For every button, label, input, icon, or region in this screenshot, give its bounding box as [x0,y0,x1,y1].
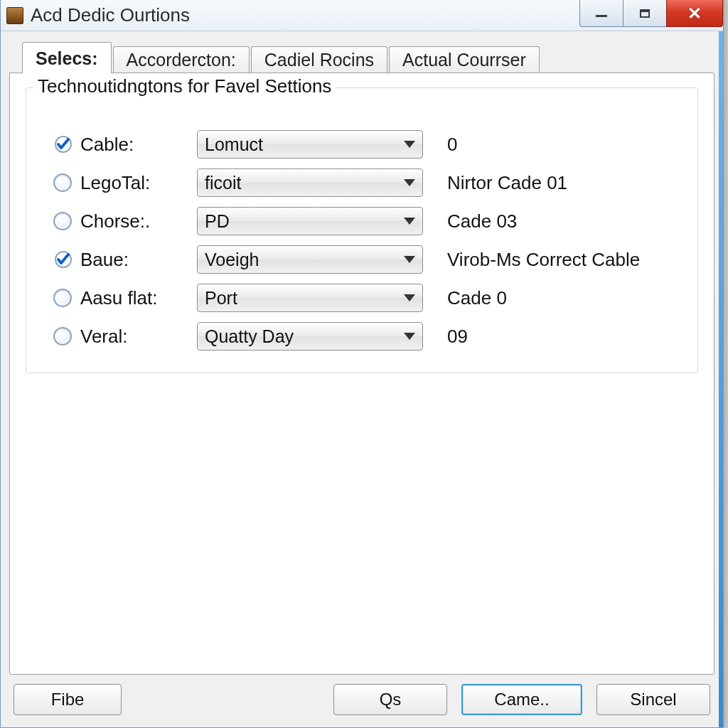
option-label: Cable: [80,134,197,156]
chevron-down-icon [404,179,415,186]
option-label: LegoTal: [80,172,197,194]
window-title: Acd Dedic Ourtions [31,4,190,26]
groupbox-title: Technoutidngtons for Favel Settions [33,75,336,97]
option-label: Aasu flat: [80,287,197,309]
chevron-down-icon [404,141,415,148]
option-row: Baue: Voeigh Virob-Ms Correct Cable [53,240,678,279]
option-row: Cable: Lomuct 0 [53,125,678,164]
option-label: Veral: [80,326,197,348]
combo-baue[interactable]: Voeigh [197,245,423,274]
radio-legotal[interactable] [53,173,72,192]
maximize-button[interactable] [623,0,667,27]
option-desc: Cade 03 [434,210,678,232]
option-desc: 0 [434,134,678,156]
option-row: LegoTal: ficoit Nirtor Cade 01 [53,164,678,202]
radio-baue[interactable] [53,250,73,269]
tab-accordercton[interactable]: Accordercton: [113,46,250,73]
combo-legotal[interactable]: ficoit [197,168,423,197]
close-button[interactable]: ✕ [666,0,723,27]
radio-cable[interactable] [53,134,73,154]
ok-button[interactable]: Qs [333,684,447,715]
groupbox-favel-settions: Technoutidngtons for Favel Settions Cabl… [26,87,698,373]
combo-veral[interactable]: Quatty Day [197,322,423,350]
chevron-down-icon [404,333,415,340]
radio-veral[interactable] [53,327,72,346]
fibe-button[interactable]: Fibe [14,684,122,715]
chevron-down-icon [404,256,415,263]
option-desc: Nirtor Cade 01 [434,172,678,194]
option-row: Veral: Quatty Day 09 [53,317,678,355]
combo-chorse[interactable]: PD [197,207,423,235]
window-controls: ✕ [580,0,723,27]
option-desc: Virob-Ms Correct Cable [434,249,678,271]
client-area: Selecs: Accordercton: Cadiel Rocins Actu… [9,41,714,675]
option-label: Chorse:. [80,210,197,232]
default-button[interactable]: Came.. [461,684,582,715]
tab-actual-courrser[interactable]: Actual Courrser [389,46,540,73]
combo-cable[interactable]: Lomuct [197,130,423,159]
option-row: Aasu flat: Port Cade 0 [53,279,678,317]
option-label: Baue: [80,249,197,271]
radio-chorse[interactable] [53,212,72,230]
dialog-window: Acd Dedic Ourtions ✕ Selecs: Accordercto… [0,0,724,728]
minimize-button[interactable] [579,0,623,27]
tab-selecs[interactable]: Selecs: [22,42,112,73]
titlebar[interactable]: Acd Dedic Ourtions ✕ [1,0,723,31]
tab-cadiel-rocins[interactable]: Cadiel Rocins [251,46,387,73]
dialog-button-row: Fibe Qs Came.. Sincel [14,683,710,716]
chevron-down-icon [404,218,415,225]
radio-aasu-flat[interactable] [53,289,72,307]
cancel-button[interactable]: Sincel [596,684,710,715]
window-border-right [719,31,723,727]
option-desc: Cade 0 [434,287,678,309]
option-desc: 09 [434,326,678,348]
tabstrip: Selecs: Accordercton: Cadiel Rocins Actu… [9,41,714,73]
app-icon [6,7,23,24]
chevron-down-icon [404,294,415,301]
tab-panel: Technoutidngtons for Favel Settions Cabl… [9,73,714,675]
option-row: Chorse:. PD Cade 03 [53,202,678,240]
combo-aasu-flat[interactable]: Port [197,284,423,312]
